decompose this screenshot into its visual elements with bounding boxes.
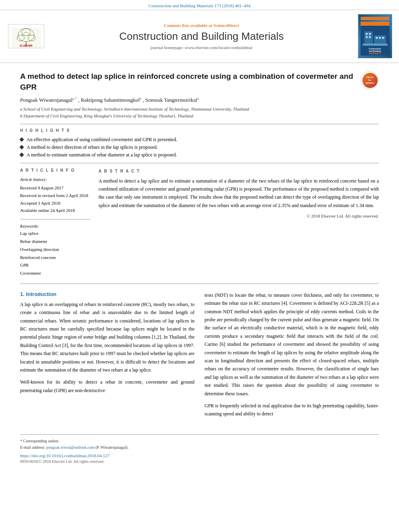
svg-rect-15 xyxy=(369,36,371,38)
footer: * Corresponding author. E-mail address: … xyxy=(20,434,379,464)
journal-header: ELSEVIER Contents lists available at Sci… xyxy=(0,10,399,63)
svg-rect-13 xyxy=(369,33,371,35)
divider-3 xyxy=(20,283,379,284)
cover-orange-bar xyxy=(361,17,389,20)
abstract-text: A method to detect a lap splice and to e… xyxy=(99,177,379,210)
main-content: A method to detect lap splice in reinfor… xyxy=(0,63,399,472)
abstract-label: A B S T R A C T xyxy=(99,168,379,175)
elsevier-logo-image: ELSEVIER xyxy=(8,24,44,48)
top-bar: Construction and Building Materials 173 … xyxy=(0,0,399,10)
highlight-item-3: A method to estimate summation of rebar … xyxy=(20,151,379,159)
svg-rect-16 xyxy=(375,37,377,39)
journal-center: Contents lists available at ScienceDirec… xyxy=(46,23,357,50)
body-para-2: Well-known for its ability to detect a r… xyxy=(20,378,195,394)
issn-line: 0950-0618/© 2018 Elsevier Ltd. All right… xyxy=(20,459,379,464)
section1-heading: 1. Introduction xyxy=(20,291,195,297)
article-history: Article history: Received 9 August 2017 … xyxy=(20,176,90,214)
svg-rect-17 xyxy=(378,37,380,39)
svg-text:MATERIALS: MATERIALS xyxy=(369,53,380,55)
keyword-4: Reinforced concrete xyxy=(20,254,90,262)
corresponding-note: * Corresponding author. xyxy=(20,439,59,443)
svg-rect-11 xyxy=(362,43,387,45)
author2-sup: b xyxy=(140,97,142,101)
article-info-col: A R T I C L E I N F O Article history: R… xyxy=(20,168,90,277)
highlight-item-2: A method to detect direction of rebars i… xyxy=(20,144,379,151)
svg-rect-14 xyxy=(366,36,368,38)
authors: Pongsak Wiwatrojanagula,* , Raktipong Sa… xyxy=(20,97,379,103)
divider-keywords xyxy=(20,219,90,220)
author2-name: , Raktipong Sahamitmongkol xyxy=(78,97,140,103)
highlights-list: An effective application of using combin… xyxy=(20,136,379,159)
affiliation-a: a School of Civil Engineering and Techno… xyxy=(20,106,379,113)
affiliations: a School of Civil Engineering and Techno… xyxy=(20,106,379,120)
sciencedirect-brand[interactable]: ScienceDirect xyxy=(213,23,239,28)
svg-rect-9 xyxy=(364,32,372,46)
abstract-section: A B S T R A C T A method to detect a lap… xyxy=(99,168,379,277)
svg-rect-12 xyxy=(366,33,368,35)
highlights-section: H I G H L I G H T S An effective applica… xyxy=(20,128,379,159)
body-two-col: 1. Introduction A lap splice is an overl… xyxy=(20,291,379,422)
sciencedirect-prefix: Contents lists available at xyxy=(164,23,214,28)
article-title: A method to detect lap splice in reinfor… xyxy=(20,71,355,92)
journal-title: Construction and Building Materials xyxy=(54,30,349,43)
body-section: 1. Introduction A lap splice is an overl… xyxy=(20,291,379,422)
bullet-3 xyxy=(19,152,24,157)
elsevier-logo: ELSEVIER xyxy=(6,24,46,48)
highlight-text-2: A method to detect direction of rebars i… xyxy=(27,144,158,150)
highlight-item-1: An effective application of using combin… xyxy=(20,136,379,144)
svg-rect-8 xyxy=(360,22,389,26)
bullet-1 xyxy=(19,137,24,142)
body-right-para-2: GPR is frequently selected in real appli… xyxy=(205,402,379,418)
affiliation-b: b Department of Civil Engineering, King … xyxy=(20,113,379,120)
svg-text:Construction: Construction xyxy=(368,48,381,50)
copyright: © 2018 Elsevier Ltd. All rights reserved… xyxy=(99,213,379,220)
history-label: Article history: xyxy=(20,176,90,183)
cover-image: Construction and Building MATERIALS xyxy=(358,14,392,58)
page: Construction and Building Materials 173 … xyxy=(0,0,399,532)
doi-link[interactable]: https://doi.org/10.1016/j.conbuildmat.20… xyxy=(20,453,379,458)
sciencedirect-link: Contents lists available at ScienceDirec… xyxy=(54,23,349,28)
keyword-2: Rebar diameter xyxy=(20,238,90,246)
email-link[interactable]: pongsak.wiwat@outlook.com xyxy=(46,445,95,450)
divider-2 xyxy=(20,163,379,163)
email-label: E-mail address: xyxy=(20,445,46,450)
svg-rect-18 xyxy=(382,37,384,39)
author3-sup: a xyxy=(197,97,199,101)
received-date: Received 9 August 2017 xyxy=(20,185,64,190)
svg-text:and Building: and Building xyxy=(369,50,381,52)
author1-sup: a,* xyxy=(72,97,77,101)
keyword-6: Covermeter xyxy=(20,269,90,277)
keywords-label: Keywords: xyxy=(20,224,90,228)
keywords-list: Lap splice Rebar diameter Overlapping di… xyxy=(20,230,90,277)
divider-1 xyxy=(20,124,379,124)
body-col-left: 1. Introduction A lap splice is an overl… xyxy=(20,291,195,422)
revised-date: Received in revised form 2 April 2018 xyxy=(20,193,88,198)
article-info-label: A R T I C L E I N F O xyxy=(20,168,90,173)
footnote: * Corresponding author. E-mail address: … xyxy=(20,438,379,451)
body-col-right: tests (NDT) to locate the rebar, to meas… xyxy=(205,291,379,422)
body-right-para-1: tests (NDT) to locate the rebar, to meas… xyxy=(205,291,379,398)
available-date: Available online 24 April 2018 xyxy=(20,208,75,213)
check-badge-text: Checkforupdates xyxy=(365,76,374,85)
accepted-date: Accepted 3 April 2018 xyxy=(20,201,60,205)
keyword-3: Overlapping direction xyxy=(20,246,90,254)
journal-homepage: journal homepage: www.elsevier.com/locat… xyxy=(54,45,349,50)
article-title-section: A method to detect lap splice in reinfor… xyxy=(20,71,379,92)
highlights-label: H I G H L I G H T S xyxy=(20,128,379,133)
bullet-2 xyxy=(19,145,24,149)
journal-cover: Construction and Building MATERIALS xyxy=(357,14,393,58)
keyword-1: Lap splice xyxy=(20,230,90,238)
email-suffix: (P. Wiwatrojanagul). xyxy=(95,445,128,450)
svg-text:ELSEVIER: ELSEVIER xyxy=(20,44,33,47)
info-abstract-section: A R T I C L E I N F O Article history: R… xyxy=(20,168,379,277)
body-para-2-text: Well-known for its ability to detect a r… xyxy=(20,379,195,393)
check-for-updates-badge: Checkforupdates xyxy=(361,71,379,89)
author3-name: , Somnuk Tangtermsirikul xyxy=(143,97,197,103)
keywords-section: Keywords: Lap splice Rebar diameter Over… xyxy=(20,224,90,277)
keyword-5: GPR xyxy=(20,261,90,269)
highlight-text-3: A method to estimate summation of rebar … xyxy=(27,152,177,158)
body-para-1: A lap splice is an overlapping of rebars… xyxy=(20,300,195,374)
check-badge-inner: Checkforupdates xyxy=(362,73,378,88)
journal-citation: Construction and Building Materials 173 … xyxy=(148,3,251,8)
highlight-text-1: An effective application of using combin… xyxy=(27,137,177,143)
